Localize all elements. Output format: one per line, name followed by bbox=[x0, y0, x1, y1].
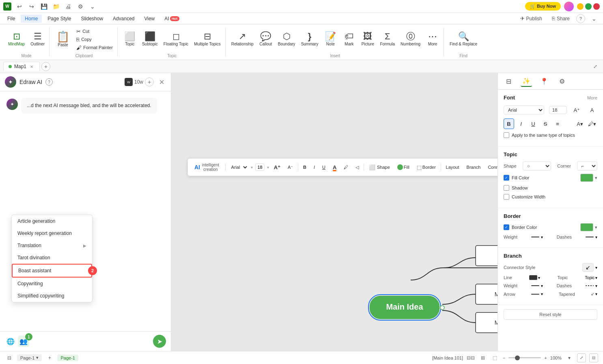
relationship-button[interactable]: ↗ Relationship bbox=[229, 30, 256, 48]
shadow-checkbox[interactable] bbox=[504, 185, 509, 191]
picture-button[interactable]: 🖼 Picture bbox=[359, 30, 377, 48]
subtopic-button[interactable]: ⬛ Subtopic bbox=[140, 30, 160, 48]
insert-more-button[interactable]: ⋯ More bbox=[424, 30, 441, 48]
outliner-button[interactable]: ☰ Outliner bbox=[28, 30, 47, 48]
font-shrink-button[interactable]: A bbox=[587, 105, 597, 115]
ft-grow-button[interactable]: A⁺ bbox=[271, 163, 283, 172]
ft-connector-button[interactable]: Connector bbox=[485, 164, 497, 171]
save-button[interactable]: 💾 bbox=[38, 2, 50, 11]
strikethrough-button[interactable]: S bbox=[540, 118, 551, 129]
ft-border-button[interactable]: ⬚ Border bbox=[414, 163, 438, 172]
menu-tarot[interactable]: Tarot divination bbox=[12, 252, 92, 264]
zoom-slider[interactable] bbox=[508, 357, 541, 358]
folder-button[interactable]: 📁 bbox=[50, 2, 62, 11]
border-color-swatch[interactable] bbox=[580, 223, 593, 231]
ft-branch-button[interactable]: Branch bbox=[464, 164, 483, 171]
menu-weekly-report[interactable]: Weekly report generation bbox=[12, 227, 92, 239]
shape-select[interactable]: ○ bbox=[523, 162, 551, 170]
font-grow-button[interactable]: A⁺ bbox=[571, 105, 582, 115]
callout-button[interactable]: 💬 Callout bbox=[257, 30, 275, 48]
add-tab-button[interactable]: + bbox=[41, 62, 50, 71]
menu-article-generation[interactable]: Article generation bbox=[12, 215, 92, 227]
ft-font-selector[interactable]: Arial bbox=[228, 164, 248, 171]
zoom-dropdown-button[interactable]: ▾ bbox=[565, 353, 574, 362]
branch-weight-dropdown[interactable]: ▾ bbox=[541, 284, 543, 288]
publish-button[interactable]: ✈ Publish bbox=[517, 14, 545, 23]
footer-globe-button[interactable]: 🌐 bbox=[5, 336, 16, 347]
format-painter-button[interactable]: 🖌 Format Painter bbox=[74, 44, 115, 52]
center-node-handle[interactable] bbox=[440, 306, 444, 310]
italic-button[interactable]: I bbox=[516, 118, 526, 129]
token-add-button[interactable]: + bbox=[145, 78, 154, 86]
ft-shrink-button[interactable]: A⁻ bbox=[285, 164, 295, 171]
corner-select[interactable]: ⌐ bbox=[577, 162, 597, 170]
fill-color-checkbox[interactable] bbox=[504, 175, 509, 181]
ft-shape-button[interactable]: ⬜ Shape bbox=[366, 163, 392, 172]
rpt-layout-button[interactable]: ⊟ bbox=[503, 75, 514, 87]
rpt-location-button[interactable]: 📍 bbox=[538, 75, 550, 87]
menu-simplified-copywriting[interactable]: Simplified copywriting bbox=[12, 290, 92, 302]
mindmap-button[interactable]: ⊡ MindMap bbox=[6, 30, 27, 48]
arrow-dropdown[interactable]: ▾ bbox=[541, 292, 543, 296]
highlight-color-button[interactable]: 🖊▾ bbox=[587, 118, 597, 129]
user-avatar[interactable] bbox=[564, 2, 574, 11]
font-section-more[interactable]: More bbox=[587, 95, 597, 100]
multiple-topics-button[interactable]: ⊟ Multiple Topics bbox=[192, 30, 223, 48]
tapered-dropdown[interactable]: ▾ bbox=[595, 292, 597, 296]
panel-expand-button[interactable]: ⊟ bbox=[589, 353, 598, 362]
redo-button[interactable]: ↪ bbox=[26, 2, 37, 11]
reset-style-button[interactable]: Reset style bbox=[504, 309, 597, 320]
print-button[interactable]: 🖨 bbox=[62, 2, 74, 11]
ft-fill-button[interactable]: Fill bbox=[395, 163, 412, 171]
line-color-box[interactable] bbox=[529, 275, 537, 280]
active-page-tab[interactable]: Page-1 bbox=[57, 355, 78, 361]
menu-slideshow[interactable]: Slideshow bbox=[77, 15, 107, 23]
ft-bold-button[interactable]: B bbox=[301, 164, 309, 171]
undo-button[interactable]: ↩ bbox=[14, 2, 25, 11]
mark-button[interactable]: 🏷 Mark bbox=[340, 30, 358, 48]
border-weight-dropdown[interactable]: ▾ bbox=[541, 235, 543, 239]
ft-highlight-button[interactable]: 🖊 bbox=[341, 164, 351, 171]
topic-dropdown[interactable]: Topic▾ bbox=[585, 276, 597, 280]
align-button[interactable]: ≡ bbox=[552, 118, 563, 129]
panel-close-button[interactable]: ✕ bbox=[157, 78, 166, 86]
menu-ai[interactable]: AI Hot bbox=[160, 15, 183, 23]
topic-button[interactable]: ⬜ Topic bbox=[121, 30, 139, 48]
note-button[interactable]: 📝 Note bbox=[321, 30, 339, 48]
buy-now-button[interactable]: 🛒 Buy Now bbox=[525, 2, 561, 11]
minimize-button[interactable] bbox=[577, 3, 584, 10]
menu-copywriting[interactable]: Copywriting bbox=[12, 278, 92, 290]
apply-same-type-checkbox[interactable] bbox=[504, 132, 509, 138]
maximize-button[interactable] bbox=[585, 3, 592, 10]
fill-color-expand[interactable]: ▾ bbox=[595, 175, 597, 181]
cut-button[interactable]: ✂ Cut bbox=[74, 28, 115, 35]
summary-button[interactable]: } Summary bbox=[299, 30, 321, 48]
footer-people-button[interactable]: 👥 1 bbox=[18, 336, 29, 347]
ft-font-color-button[interactable]: A bbox=[330, 163, 339, 172]
rpt-settings-button[interactable]: ⚙ bbox=[556, 75, 568, 87]
border-dashes-dropdown[interactable]: ▾ bbox=[595, 235, 597, 239]
branch-dashes-dropdown[interactable]: ▾ bbox=[595, 284, 597, 288]
menu-boast-assistant[interactable]: Boast assistant 2 bbox=[12, 264, 92, 278]
line-color-dropdown[interactable]: ▾ bbox=[538, 276, 540, 280]
fullscreen-button[interactable]: ⤢ bbox=[577, 353, 586, 362]
grid-view-button[interactable]: ⊞ bbox=[478, 353, 487, 362]
top-node-bg[interactable] bbox=[476, 246, 497, 266]
tab-map1-close[interactable]: ✕ bbox=[29, 64, 34, 69]
border-color-checkbox[interactable] bbox=[504, 224, 509, 230]
ft-underline-button[interactable]: U bbox=[320, 164, 328, 171]
menu-home[interactable]: Home bbox=[21, 15, 42, 23]
add-page-button[interactable]: + bbox=[45, 353, 54, 362]
send-button[interactable]: ➤ bbox=[153, 335, 166, 348]
paste-button[interactable]: 📋 Paste bbox=[53, 30, 73, 49]
share-button[interactable]: ⎘ Share bbox=[549, 14, 573, 23]
ai-help-button[interactable]: ? bbox=[45, 78, 53, 86]
connector-style-dropdown[interactable]: ▾ bbox=[595, 265, 597, 270]
find-replace-button[interactable]: 🔍 Find & Replace bbox=[447, 30, 480, 48]
rpt-style-button[interactable]: ✨ bbox=[521, 75, 532, 87]
sidebar-toggle-button[interactable]: ⊟ bbox=[5, 353, 14, 362]
more-settings-button[interactable]: ⌄ bbox=[87, 2, 98, 11]
menu-file[interactable]: File bbox=[3, 15, 19, 23]
multi-window-button[interactable]: ⊟⊟ bbox=[466, 353, 475, 362]
connector-style-box[interactable]: ↙ bbox=[582, 263, 594, 272]
